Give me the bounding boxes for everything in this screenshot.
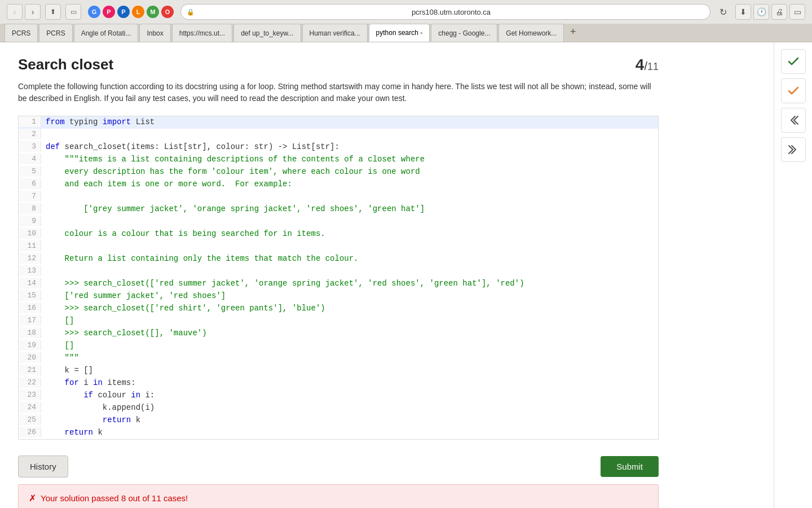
line-content-1: from typing import List <box>41 116 658 128</box>
profile-icon-g[interactable]: G <box>88 6 100 18</box>
download-button[interactable]: ⬇ <box>735 4 751 20</box>
profile-icons: G P P L M O <box>86 6 176 18</box>
tab-python[interactable]: python search - <box>369 24 430 42</box>
page-area: Search closet 4/11 Complete the followin… <box>0 42 774 508</box>
profile-icon-p1[interactable]: P <box>103 6 115 18</box>
tab-angle[interactable]: Angle of Rotati... <box>74 24 139 42</box>
code-line-26: 26 return k <box>19 427 658 439</box>
window-button[interactable]: ▭ <box>65 4 81 20</box>
code-editor[interactable]: 1 from typing import List 2 3 def search… <box>18 116 659 440</box>
profile-icon-l[interactable]: L <box>132 6 144 18</box>
line-number-20: 20 <box>19 352 41 363</box>
line-number-7: 7 <box>19 191 41 202</box>
tab-pcrs2[interactable]: PCRS <box>39 24 72 42</box>
address-bar[interactable]: 🔒 pcrs108.utm.utoronto.ca <box>180 4 710 20</box>
line-number-1: 1 <box>19 116 41 127</box>
tab-label-python: python search - <box>376 29 423 37</box>
line-content-5: every description has the form 'colour i… <box>41 166 658 177</box>
profile-icon-o[interactable]: O <box>161 6 174 18</box>
code-line-13: 13 <box>19 265 658 278</box>
tab-label-homework: Get Homework... <box>506 29 557 37</box>
submit-button[interactable]: Submit <box>601 456 659 477</box>
tab-label-pcrs2: PCRS <box>46 29 65 37</box>
code-line-14: 14 >>> search_closet(['red summer jacket… <box>19 278 658 290</box>
line-number-26: 26 <box>19 427 41 437</box>
tab-inbox[interactable]: Inbox <box>139 24 170 42</box>
code-line-25: 25 return k <box>19 414 658 427</box>
line-number-4: 4 <box>19 154 41 164</box>
page-header: Search closet 4/11 <box>18 56 659 74</box>
tab-label-inbox: Inbox <box>147 29 163 37</box>
line-number-6: 6 <box>19 178 41 189</box>
line-number-13: 13 <box>19 265 41 276</box>
tab-label-chegg: chegg - Google... <box>438 29 490 37</box>
tab-label-angle: Angle of Rotati... <box>81 29 131 37</box>
share-button[interactable]: ⬆ <box>45 4 61 20</box>
line-content-10: colour is a colour that is being searche… <box>41 228 658 239</box>
line-content-17: [] <box>41 315 658 326</box>
profile-icon-p2[interactable]: P <box>117 6 130 18</box>
line-number-15: 15 <box>19 290 41 301</box>
line-content-4: """items is a list containing descriptio… <box>41 154 658 165</box>
tab-label-mcs: https://mcs.ut... <box>179 29 225 37</box>
line-number-9: 9 <box>19 216 41 226</box>
line-content-22: for i in items: <box>41 377 658 388</box>
history-clock-button[interactable]: 🕐 <box>753 4 769 20</box>
line-number-8: 8 <box>19 203 41 214</box>
history-button[interactable]: History <box>18 456 68 478</box>
url-text: pcrs108.utm.utoronto.ca <box>198 8 704 16</box>
page-counter: 4/11 <box>636 56 659 74</box>
counter-current: 4 <box>636 56 645 73</box>
tab-homework[interactable]: Get Homework... <box>498 24 564 42</box>
forward-button[interactable]: › <box>25 4 41 20</box>
tab-label-human: Human verifica... <box>310 29 360 37</box>
right-controls: ⬇ 🕐 🖨 ▭ <box>735 4 805 20</box>
line-number-22: 22 <box>19 377 41 388</box>
result-icon: ✗ <box>29 493 36 503</box>
profile-icon-m[interactable]: M <box>147 6 159 18</box>
new-tab-button[interactable]: + <box>565 24 581 40</box>
tab-def[interactable]: def up_to_keyw... <box>233 24 301 42</box>
code-line-6: 6 and each item is one or more word. For… <box>19 178 658 191</box>
address-bar-container: 🔒 pcrs108.utm.utoronto.ca <box>180 4 710 20</box>
tab-mcs[interactable]: https://mcs.ut... <box>172 24 232 42</box>
split-button[interactable]: ▭ <box>789 4 805 20</box>
code-line-9: 9 <box>19 216 658 228</box>
code-line-3: 3 def search_closet(items: List[str], co… <box>19 141 658 154</box>
code-line-11: 11 <box>19 240 658 253</box>
sidebar-arrow-left[interactable] <box>781 108 806 133</box>
sidebar-arrow-right[interactable] <box>781 137 806 162</box>
code-line-18: 18 >>> search_closet([], 'mauve') <box>19 327 658 340</box>
counter-total: 11 <box>647 61 659 72</box>
line-number-5: 5 <box>19 166 41 177</box>
code-line-21: 21 k = [] <box>19 365 658 377</box>
code-line-1: 1 from typing import List <box>19 116 658 129</box>
tab-human[interactable]: Human verifica... <box>302 24 368 42</box>
line-content-25: return k <box>41 414 658 426</box>
refresh-button[interactable]: ↻ <box>715 4 731 20</box>
line-number-17: 17 <box>19 315 41 326</box>
tab-pcrs1[interactable]: PCRS <box>5 24 38 42</box>
line-content-26: return k <box>41 427 658 438</box>
result-text: ✗ Your solution passed 8 out of 11 cases… <box>29 493 648 503</box>
line-content-6: and each item is one or more word. For e… <box>41 178 658 190</box>
code-line-17: 17 [] <box>19 315 658 327</box>
line-content-16: >>> search_closet(['red shirt', 'green p… <box>41 303 658 314</box>
line-content-23: if colour in i: <box>41 389 658 401</box>
sidebar-check-orange[interactable] <box>781 78 806 103</box>
code-line-10: 10 colour is a colour that is being sear… <box>19 228 658 240</box>
line-content-14: >>> search_closet(['red summer jacket', … <box>41 278 658 289</box>
tab-chegg[interactable]: chegg - Google... <box>431 24 497 42</box>
code-line-12: 12 Return a list containing only the ite… <box>19 253 658 265</box>
line-content-15: ['red summer jacket', 'red shoes'] <box>41 290 658 301</box>
result-box: ✗ Your solution passed 8 out of 11 cases… <box>18 484 659 508</box>
line-number-21: 21 <box>19 365 41 375</box>
line-number-10: 10 <box>19 228 41 239</box>
back-button[interactable]: ‹ <box>7 4 23 20</box>
line-content-18: >>> search_closet([], 'mauve') <box>41 327 658 339</box>
print-button[interactable]: 🖨 <box>771 4 787 20</box>
titlebar: ‹ › ⬆ ▭ G P P L M O 🔒 pcrs108.utm.utoron… <box>0 0 812 24</box>
line-content-24: k.append(i) <box>41 402 658 413</box>
code-line-23: 23 if colour in i: <box>19 389 658 402</box>
sidebar-check-green[interactable] <box>781 49 806 74</box>
